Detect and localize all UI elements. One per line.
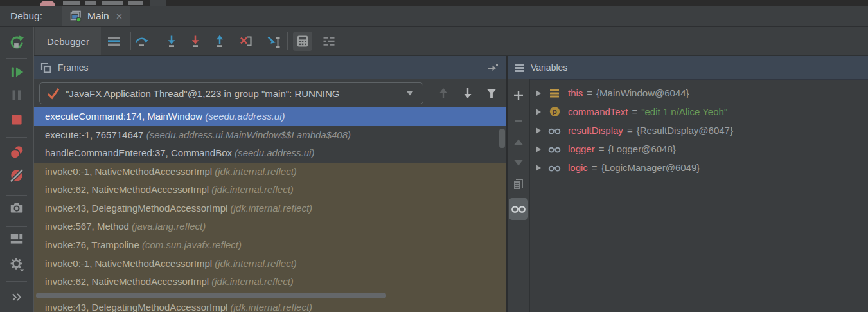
variable-name: logger (568, 143, 595, 154)
debugger-toolbar: Debugger (34, 27, 868, 56)
variable-row[interactable]: this={MainWindow@6044} (530, 84, 868, 102)
thread-dump-camera-icon[interactable] (8, 199, 25, 216)
horizontal-scrollbar[interactable] (36, 293, 386, 298)
console-tab-icon[interactable] (106, 33, 121, 49)
expand-triangle-icon[interactable] (535, 127, 542, 134)
frames-list: executeCommand:174, MainWindow (seedu.ad… (34, 107, 506, 312)
restore-layout-icon[interactable] (8, 230, 25, 247)
move-down-icon[interactable] (511, 156, 526, 170)
prev-frame-up-icon[interactable] (436, 86, 451, 101)
variable-value: {Logger@6048} (608, 143, 675, 154)
drop-frame-icon[interactable] (238, 33, 254, 49)
frame-row[interactable]: invoke:62, NativeMethodAccessorImpl (jdk… (34, 273, 506, 291)
variables-panel-header: Variables (508, 56, 868, 80)
thread-selector-value: "JavaFX Application Thread"@1,223 in gro… (66, 88, 406, 99)
force-step-into-icon[interactable] (188, 33, 203, 49)
watches-toolbar (508, 79, 530, 312)
variable-row[interactable]: logger={Logger@6048} (530, 140, 868, 158)
variable-value: {LogicManager@6049} (601, 162, 700, 173)
expand-triangle-icon[interactable] (535, 164, 542, 172)
restore-arrow-icon[interactable] (487, 62, 499, 75)
add-watch-icon[interactable] (511, 88, 526, 102)
stop-icon[interactable] (8, 111, 25, 128)
debug-tab-bar: Debug: Main × (0, 6, 868, 27)
frame-row[interactable]: invoke:76, Trampoline (com.sun.javafx.re… (34, 236, 506, 255)
settings-gear-icon[interactable] (8, 256, 25, 273)
variable-name: this (568, 87, 583, 98)
this-icon (548, 87, 561, 99)
evaluate-expression-icon[interactable] (293, 32, 312, 51)
thread-running-check-icon (46, 87, 60, 100)
debugger-tab-label: Debugger (47, 36, 89, 47)
cutoff-pink-shape (40, 1, 55, 6)
frame-row[interactable]: invoke:43, DelegatingMethodAccessorImpl … (34, 298, 506, 312)
watch-icon (548, 143, 561, 155)
expand-triangle-icon[interactable] (535, 89, 542, 97)
tab-debugger[interactable]: Debugger (35, 27, 101, 55)
thread-selector-row: "JavaFX Application Thread"@1,223 in gro… (34, 79, 506, 108)
frames-panel-header: Frames (34, 56, 506, 80)
view-breakpoints-icon[interactable] (8, 144, 25, 161)
duplicate-watch-icon[interactable] (511, 177, 526, 191)
step-over-icon[interactable] (134, 33, 149, 49)
frame-row[interactable]: invoke0:-1, NativeMethodAccessorImpl (jd… (34, 163, 506, 181)
remove-watch-icon[interactable] (511, 114, 526, 128)
variable-row[interactable]: logic={LogicManager@6049} (530, 158, 868, 177)
vertical-scrollbar[interactable] (499, 129, 505, 148)
run-to-cursor-icon[interactable] (266, 33, 281, 49)
resume-icon[interactable] (8, 64, 25, 80)
frame-row[interactable]: invoke:567, Method (java.lang.reflect) (34, 217, 506, 236)
debug-label: Debug: (10, 6, 42, 26)
mute-breakpoints-icon[interactable] (8, 167, 25, 184)
variable-value: {MainWindow@6044} (596, 87, 689, 98)
move-up-icon[interactable] (511, 135, 526, 149)
tab-label: Main (87, 10, 109, 22)
expand-triangle-icon[interactable] (535, 108, 542, 116)
show-watches-icon[interactable] (509, 198, 528, 220)
cutoff-window-strip (0, 0, 868, 6)
watch-icon (548, 125, 561, 136)
variable-value: {ResultDisplay@6047} (637, 125, 733, 136)
variables-icon (513, 62, 525, 73)
run-configuration-tab-main[interactable]: Main × (62, 6, 130, 26)
variables-tree: this={MainWindow@6044}pcommandText="edit… (530, 79, 868, 312)
variable-row[interactable]: resultDisplay={ResultDisplay@6047} (530, 121, 868, 140)
thread-selector-dropdown[interactable]: "JavaFX Application Thread"@1,223 in gro… (39, 82, 423, 104)
variable-name: resultDisplay (568, 125, 623, 136)
pause-icon[interactable] (8, 87, 25, 104)
frame-row[interactable]: execute:-1, 765714647 (seedu.address.ui.… (34, 126, 506, 145)
frames-panel: Frames "JavaFX Application Thread"@1,223… (34, 56, 506, 312)
debug-session-toolbar (0, 27, 34, 312)
frame-row[interactable]: handleCommandEntered:37, CommandBox (see… (34, 144, 506, 163)
variable-name: logic (568, 162, 588, 173)
frames-title: Frames (58, 62, 88, 73)
step-into-icon[interactable] (164, 33, 179, 49)
chevron-down-icon (406, 91, 414, 96)
rerun-icon[interactable] (8, 34, 25, 51)
svg-text:p: p (553, 107, 556, 115)
variable-row[interactable]: pcommandText="edit 1 n/Alice Yeoh" (530, 102, 868, 121)
trace-stream-icon[interactable] (321, 33, 337, 49)
variable-name: commandText (568, 106, 628, 117)
variables-title: Variables (531, 62, 567, 73)
frames-icon (40, 62, 52, 74)
filter-funnel-icon[interactable] (484, 86, 499, 101)
watch-icon (548, 162, 561, 174)
variable-value: "edit 1 n/Alice Yeoh" (641, 106, 727, 117)
frame-row[interactable]: invoke0:-1, NativeMethodAccessorImpl (jd… (34, 255, 506, 273)
frame-row[interactable]: invoke:62, NativeMethodAccessorImpl (jdk… (34, 181, 506, 199)
frame-row[interactable]: executeCommand:174, MainWindow (seedu.ad… (34, 107, 506, 126)
next-frame-down-icon[interactable] (460, 86, 475, 101)
expand-triangle-icon[interactable] (535, 145, 542, 153)
debug-window-icon (69, 10, 82, 23)
variables-panel: Variables this={MainWindow@6044}pco (508, 56, 868, 312)
more-chevrons-icon[interactable] (8, 289, 25, 306)
step-out-icon[interactable] (212, 33, 227, 49)
frame-row[interactable]: invoke:43, DelegatingMethodAccessorImpl … (34, 199, 506, 218)
parameter-icon: p (548, 106, 561, 118)
tab-close-icon[interactable]: × (116, 11, 123, 22)
